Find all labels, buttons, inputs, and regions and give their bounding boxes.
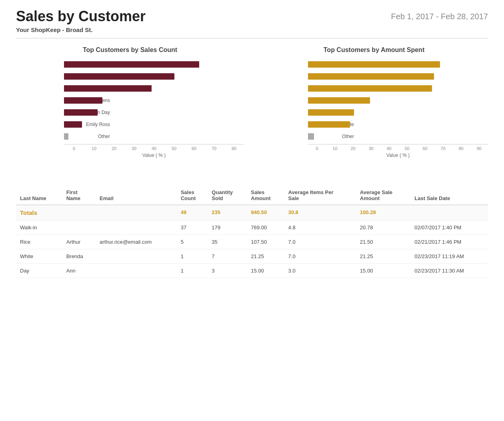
x-tick: 90 [470,146,488,151]
bar-track [64,121,244,128]
bar-track [308,133,488,140]
left-x-label: Value ( % ) [64,152,244,158]
x-tick: 50 [398,146,416,151]
left-bar-chart: Walk-inArthur RiceBrenda WhiteJason Step… [16,60,244,174]
totals-cell-last_sale_date [410,205,488,221]
cell-quantity_sold: 179 [208,221,247,235]
totals-cell-quantity_sold: 235 [208,205,247,221]
cell-sales_count: 1 [177,249,208,264]
col-header-last_name: Last Name [16,186,62,205]
x-tick: 30 [124,146,144,151]
bar-fill [308,121,350,128]
col-header-avg_items: Average Items Per Sale [284,186,356,205]
cell-avg_items: 7.0 [284,249,356,264]
cell-first_name: Arthur [62,235,96,249]
cell-last_sale_date: 02/23/2017 11:19 AM [410,249,488,264]
header-divider [16,38,488,38]
cell-first_name: Brenda [62,249,96,264]
bar-row: Other [308,132,488,141]
right-x-label: Value ( % ) [308,152,488,158]
bar-row: Arthur Rice [308,60,488,69]
x-tick: 60 [184,146,204,151]
bar-track [64,133,244,140]
bar-fill [308,133,314,140]
cell-sales_count: 1 [177,264,208,278]
cell-avg_sale_amount: 15.00 [356,264,410,278]
totals-cell-sales_amount: 940.50 [247,205,284,221]
cell-email [96,264,177,278]
bar-row: Jason Stephens [308,84,488,93]
totals-cell-sales_count: 49 [177,205,208,221]
x-tick: 60 [416,146,434,151]
cell-avg_items: 3.0 [284,264,356,278]
x-tick: 0 [308,146,326,151]
x-tick: 70 [204,146,224,151]
left-chart-title: Top Customers by Sales Count [16,46,244,54]
cell-avg_sale_amount: 21.50 [356,235,410,249]
cell-last_sale_date: 02/21/2017 1:46 PM [410,235,488,249]
cell-sales_amount: 769.00 [247,221,284,235]
x-tick: 40 [380,146,398,151]
bar-row: Walk-in [64,60,244,69]
date-range: Feb 1, 2017 - Feb 28, 2017 [391,12,488,21]
table-row: WhiteBrenda1721.257.021.2502/23/2017 11:… [16,249,488,264]
bar-track [308,61,488,68]
bar-fill [64,85,152,92]
bar-fill [64,97,102,104]
cell-sales_count: 5 [177,235,208,249]
x-tick: 30 [362,146,380,151]
bar-track [308,109,488,116]
cell-last_name: White [16,249,62,264]
totals-cell-avg_items: 30.8 [284,205,356,221]
cell-last_name: Day [16,264,62,278]
col-header-avg_sale_amount: Average Sale Amount [356,186,410,205]
bar-fill [308,73,434,80]
cell-first_name: Ann [62,264,96,278]
x-tick: 0 [64,146,84,151]
right-bar-chart: Arthur RiceWalk-inJason StephensEmily Ro… [260,60,488,174]
bar-track [64,61,244,68]
cell-avg_items: 4.8 [284,221,356,235]
cell-sales_count: 37 [177,221,208,235]
bar-track [308,73,488,80]
bar-row: Emily Ross [308,96,488,105]
totals-cell-last_name: Totals [16,205,177,221]
right-chart: Top Customers by Amount Spent Arthur Ric… [260,46,488,174]
bar-row: Brenda White [308,120,488,129]
bar-fill [64,121,82,128]
bar-track [64,97,244,104]
bar-fill [308,109,354,116]
col-header-email: Email [96,186,177,205]
col-header-sales_count: Sales Count [177,186,208,205]
x-tick: 50 [164,146,184,151]
cell-avg_sale_amount: 21.25 [356,249,410,264]
cell-quantity_sold: 7 [208,249,247,264]
col-header-sales_amount: Sales Amount [247,186,284,205]
cell-sales_amount: 107.50 [247,235,284,249]
x-tick: 20 [344,146,362,151]
table-row: Walk-in37179769.004.820.7802/07/2017 1:4… [16,221,488,235]
charts-section: Top Customers by Sales Count Walk-inArth… [16,46,488,174]
bar-fill [308,85,432,92]
table-body: Totals49235940.5030.8100.28Walk-in371797… [16,205,488,278]
bar-fill [308,97,370,104]
cell-avg_items: 7.0 [284,235,356,249]
cell-quantity_sold: 3 [208,264,247,278]
table-header: Last NameFirst NameEmailSales CountQuant… [16,186,488,205]
totals-cell-avg_sale_amount: 100.28 [356,205,410,221]
cell-email [96,221,177,235]
cell-last_name: Walk-in [16,221,62,235]
table-row: RiceArthurarthur.rice@email.com535107.50… [16,235,488,249]
cell-email [96,249,177,264]
table-row: DayAnn1315.003.015.0002/23/2017 11:30 AM [16,264,488,278]
bar-fill [64,109,98,116]
bar-fill [64,61,199,68]
bar-track [64,109,244,116]
bar-row: Emily Ross [64,120,244,129]
data-table: Last NameFirst NameEmailSales CountQuant… [16,186,488,278]
bar-row: Walk-in [308,72,488,81]
x-tick: 70 [434,146,452,151]
x-tick: 10 [326,146,344,151]
bar-track [64,85,244,92]
cell-sales_amount: 21.25 [247,249,284,264]
